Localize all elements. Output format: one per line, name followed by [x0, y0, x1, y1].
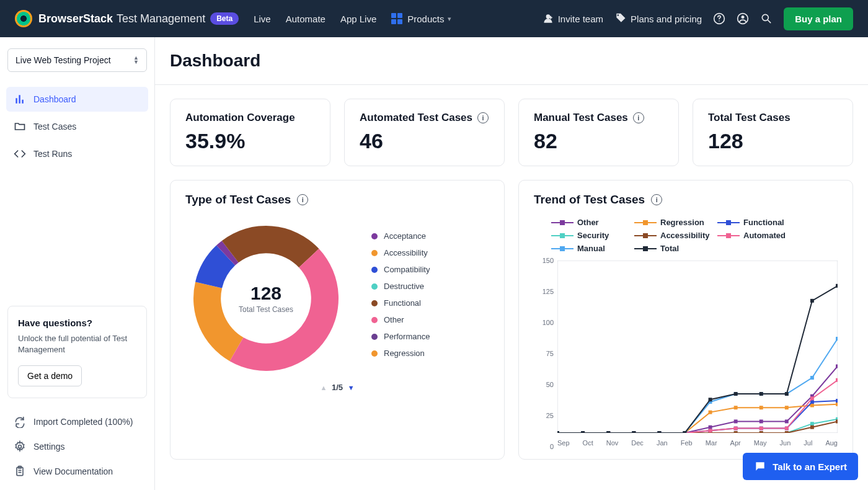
info-icon[interactable]: i — [477, 112, 489, 123]
import-status-link[interactable]: Import Completed (100%) — [6, 409, 148, 434]
apps-grid-icon — [391, 13, 402, 24]
trend-legend-manual: Manual — [551, 244, 618, 253]
search-button[interactable] — [760, 12, 773, 25]
nav-live[interactable]: Live — [254, 14, 271, 24]
stat-card-automated-test-cases: Automated Test Casesi46 — [344, 99, 505, 166]
main: Dashboard Automation Coverage35.9%Automa… — [155, 37, 868, 490]
svg-rect-104 — [836, 284, 838, 288]
nav-app-live[interactable]: App Live — [340, 14, 376, 24]
svg-rect-44 — [836, 399, 838, 403]
svg-rect-102 — [785, 392, 789, 396]
svg-rect-28 — [734, 406, 738, 409]
svg-rect-103 — [810, 299, 814, 303]
talk-to-expert-button[interactable]: Talk to an Expert — [743, 453, 858, 480]
svg-rect-55 — [810, 422, 814, 425]
svg-rect-97 — [657, 431, 661, 433]
trend-legend-other: Other — [551, 218, 618, 227]
trend-legend-automated: Automated — [717, 231, 784, 240]
promo-card: Have questions? Unlock the full potentia… — [7, 306, 147, 398]
svg-rect-15 — [709, 425, 712, 429]
y-tick: 0 — [534, 443, 554, 450]
stat-card-total-test-cases: Total Test Cases128 — [693, 99, 853, 166]
trend-legend-regression: Regression — [634, 218, 701, 227]
sidebar-item-test-runs[interactable]: Test Runs — [6, 141, 148, 166]
settings-link[interactable]: Settings — [6, 434, 148, 459]
donut-center-value: 128 — [250, 283, 281, 304]
svg-rect-76 — [734, 427, 738, 430]
y-tick: 50 — [534, 381, 554, 388]
svg-rect-95 — [606, 431, 610, 433]
svg-rect-67 — [810, 425, 814, 429]
info-icon[interactable]: i — [633, 112, 644, 123]
svg-rect-94 — [581, 431, 585, 433]
svg-rect-79 — [810, 396, 814, 400]
pager-prev[interactable]: ▲ — [320, 384, 327, 391]
help-button[interactable] — [713, 12, 725, 25]
pager-next[interactable]: ▼ — [348, 384, 355, 391]
legend-item-performance: Performance — [371, 332, 430, 341]
svg-rect-30 — [785, 406, 789, 409]
code-icon — [14, 148, 26, 160]
promo-sub: Unlock the full potential of Test Manage… — [18, 333, 136, 355]
legend-item-accessibility: Accessibility — [371, 248, 430, 257]
svg-point-5 — [19, 445, 22, 448]
svg-point-3 — [742, 16, 745, 19]
trend-legend-accessibility: Accessibility — [634, 231, 701, 240]
folder-icon — [14, 120, 26, 133]
project-select-label: Live Web Testing Project — [16, 55, 111, 65]
svg-rect-20 — [836, 365, 838, 368]
type-of-test-cases-card: Type of Test Cases i 128 Total Test Case… — [170, 180, 505, 460]
help-icon — [713, 12, 725, 25]
account-button[interactable] — [737, 12, 749, 25]
trend-legend-functional: Functional — [717, 218, 784, 227]
nav-automate[interactable]: Automate — [286, 14, 326, 24]
y-tick: 150 — [534, 257, 554, 264]
gear-icon — [14, 440, 26, 453]
tag-icon — [614, 12, 627, 25]
browserstack-logo-icon — [15, 10, 32, 27]
invite-team-link[interactable]: Invite team — [542, 12, 603, 25]
svg-rect-17 — [760, 419, 763, 423]
svg-point-1 — [719, 20, 720, 22]
svg-rect-32 — [836, 403, 838, 406]
brand-name: BrowserStack — [38, 12, 113, 25]
get-demo-button[interactable]: Get a demo — [18, 365, 82, 386]
trend-of-test-cases-card: Trend of Test Cases i OtherRegressionFun… — [518, 180, 853, 460]
project-select[interactable]: Live Web Testing Project ▲▼ — [7, 48, 147, 72]
legend-item-acceptance: Acceptance — [371, 231, 430, 241]
y-tick: 100 — [534, 319, 554, 326]
svg-rect-78 — [785, 427, 789, 430]
updown-icon: ▲▼ — [133, 56, 139, 65]
info-icon[interactable]: i — [297, 194, 308, 205]
docs-link[interactable]: View Documentation — [6, 459, 148, 484]
nav-products[interactable]: Products ▾ — [391, 13, 451, 24]
buy-plan-button[interactable]: Buy a plan — [784, 7, 853, 30]
sidebar-item-dashboard[interactable]: Dashboard — [6, 87, 148, 112]
refresh-icon — [14, 416, 26, 428]
promo-title: Have questions? — [18, 318, 136, 328]
stat-card-manual-test-cases: Manual Test Casesi82 — [518, 99, 679, 166]
plans-pricing-link[interactable]: Plans and pricing — [614, 12, 702, 25]
svg-rect-80 — [836, 378, 838, 382]
brand-sub: Test Management — [117, 12, 205, 25]
beta-badge: Beta — [210, 12, 239, 25]
info-icon[interactable]: i — [651, 194, 662, 205]
legend-pager: ▲ 1/5 ▼ — [185, 383, 489, 392]
user-circle-icon — [737, 12, 749, 25]
svg-rect-65 — [760, 431, 763, 433]
svg-rect-100 — [734, 392, 738, 396]
legend-item-regression: Regression — [371, 349, 430, 358]
y-tick: 25 — [534, 412, 554, 419]
svg-rect-77 — [760, 427, 763, 430]
search-icon — [760, 12, 773, 25]
legend-item-compatibility: Compatibility — [371, 265, 430, 274]
svg-rect-29 — [760, 406, 763, 409]
svg-rect-93 — [557, 431, 559, 433]
invite-team-icon — [542, 12, 554, 25]
donut-center-label: Total Test Cases — [239, 305, 293, 314]
y-tick: 125 — [534, 288, 554, 295]
chevron-down-icon: ▾ — [448, 15, 451, 23]
sidebar-item-test-cases[interactable]: Test Cases — [6, 114, 148, 139]
trend-line-chart — [557, 261, 838, 433]
svg-rect-98 — [683, 431, 687, 433]
